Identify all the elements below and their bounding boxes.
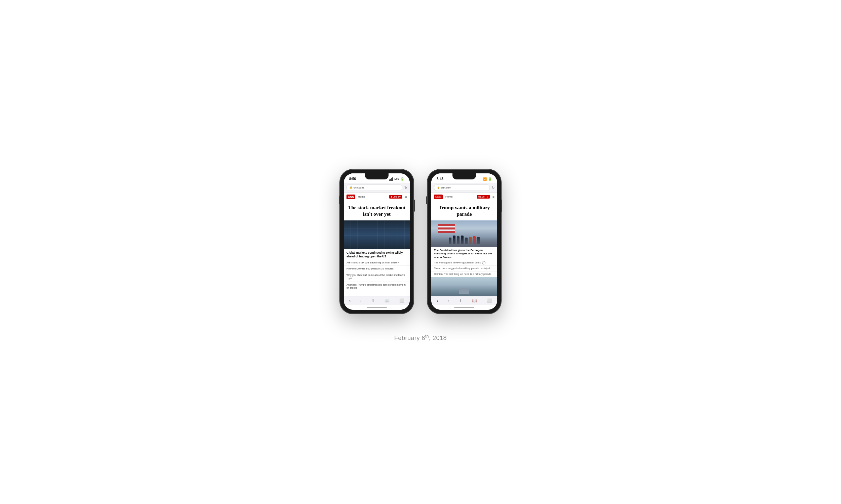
date-year: , 2018 xyxy=(429,335,447,341)
phone-2-screen: 8:43 📶 🔋 🔒 cnn.com ↻ CNN Home xyxy=(431,173,497,310)
wifi-icon: 📶 xyxy=(483,177,487,181)
phone-2-notch xyxy=(452,173,476,179)
phone-2-url-bar[interactable]: 🔒 cnn.com xyxy=(434,184,490,191)
phone-1: 8:56 LTE 🔋 � xyxy=(340,169,414,314)
phone-1-link-2[interactable]: How the Dow fell 800 points in 10 minute… xyxy=(344,266,410,272)
back-button-2[interactable]: ‹ xyxy=(437,299,438,303)
phone-1-browser-bar[interactable]: 🔒 cnn.com ↻ xyxy=(344,183,410,193)
stock-image-inner xyxy=(344,220,410,249)
tabs-button-2[interactable]: ⬜ xyxy=(487,299,492,303)
info-icon[interactable]: i xyxy=(482,261,485,265)
lock-icon-2: 🔒 xyxy=(437,186,440,189)
phone-1-link-1[interactable]: Are Trump's tax cuts backfiring on Wall … xyxy=(344,260,410,266)
phone-2-hero-image xyxy=(431,220,497,247)
phone-1-time: 8:56 xyxy=(349,177,356,181)
phone-2-bottom-bar: ‹ › ⬆ 📖 ⬜ xyxy=(431,296,497,305)
phone-2-link-2[interactable]: Trump once suggested a military parade o… xyxy=(431,266,497,271)
phone-1-live-tv[interactable]: Live TV xyxy=(389,195,403,199)
phone-1-screen: 8:56 LTE 🔋 � xyxy=(344,173,410,310)
phone-2-headline[interactable]: Trump wants a military parade xyxy=(431,201,497,220)
capitol-dome xyxy=(459,288,469,294)
home-bar-1 xyxy=(367,307,387,308)
phone-2-link-1-text: The Pentagon is reviewing potential date… xyxy=(434,261,481,265)
bookmarks-button-2[interactable]: 📖 xyxy=(472,299,477,303)
phone-2-time: 8:43 xyxy=(437,177,443,181)
phone-2-capitol-image xyxy=(431,277,497,296)
phone-2-live-label: Live TV xyxy=(480,196,488,198)
phone-2-link-3[interactable]: Opinion: The last thing we need is a mil… xyxy=(431,271,497,277)
phone-1-live-label: Live TV xyxy=(393,196,401,198)
phone-2-cnn-nav: CNN Home Live TV ≡ xyxy=(431,193,497,201)
phone-1-subheadline[interactable]: Global markets continued to swing wildly… xyxy=(344,249,410,260)
share-button-1[interactable]: ⬆ xyxy=(372,299,375,303)
battery-icon: 🔋 xyxy=(400,177,404,181)
phone-1-link-3[interactable]: Why you shouldn't panic about the market… xyxy=(344,272,410,282)
lock-icon: 🔒 xyxy=(349,186,353,189)
phone-1-menu-icon[interactable]: ≡ xyxy=(405,195,407,199)
date-sup: th xyxy=(425,334,429,339)
cnn-logo-1: CNN xyxy=(346,195,355,199)
phone-1-hero-image xyxy=(344,220,410,249)
phone-1-url-bar[interactable]: 🔒 cnn.com xyxy=(346,184,402,191)
phone-1-bottom-bar: ‹ › ⬆ 📖 ⬜ xyxy=(344,296,410,305)
signal-icon xyxy=(389,177,393,181)
phone-2-browser-bar[interactable]: 🔒 cnn.com ↻ xyxy=(431,183,497,193)
phone-1-cnn-nav: CNN Home Live TV ≡ xyxy=(344,193,410,201)
forward-button-2[interactable]: › xyxy=(448,299,449,303)
cnn-logo-2: CNN xyxy=(434,195,443,199)
live-dot-1 xyxy=(391,196,392,198)
tabs-button-1[interactable]: ⬜ xyxy=(399,299,404,303)
phone-2-live-tv[interactable]: Live TV xyxy=(477,195,490,199)
lte-label: LTE xyxy=(394,177,399,180)
phone-1-content: The stock market freakout isn't over yet… xyxy=(344,201,410,296)
phone-2-link-1[interactable]: The Pentagon is reviewing potential date… xyxy=(431,260,497,266)
phone-2-subheadline[interactable]: The President has given the Pentagon mar… xyxy=(431,247,497,260)
phone-1-headline[interactable]: The stock market freakout isn't over yet xyxy=(344,201,410,220)
phone-2-content: Trump wants a military parade xyxy=(431,201,497,296)
bookmarks-button-1[interactable]: 📖 xyxy=(384,299,390,303)
phone-1-nav-home[interactable]: Home xyxy=(358,195,387,198)
phone-2-url: cnn.com xyxy=(441,186,451,189)
forward-button-1[interactable]: › xyxy=(360,299,362,303)
phone-2-status-icons: 📶 🔋 xyxy=(483,177,492,181)
live-dot-2 xyxy=(478,196,480,198)
home-bar-2 xyxy=(454,307,474,308)
phone-2-menu-icon[interactable]: ≡ xyxy=(493,195,495,199)
phone-2-nav-home[interactable]: Home xyxy=(445,195,474,198)
phone-1-url: cnn.com xyxy=(354,186,364,189)
phone-1-status-icons: LTE 🔋 xyxy=(389,177,404,181)
phones-container: 8:56 LTE 🔋 � xyxy=(340,149,501,327)
phone-1-home-indicator xyxy=(344,305,410,310)
phone-1-notch xyxy=(365,173,389,179)
back-button-1[interactable]: ‹ xyxy=(349,299,350,303)
parade-figures xyxy=(449,236,480,244)
phone-2: 8:43 📶 🔋 🔒 cnn.com ↻ CNN Home xyxy=(427,169,501,314)
share-button-2[interactable]: ⬆ xyxy=(459,299,462,303)
refresh-button[interactable]: ↻ xyxy=(404,186,407,190)
battery-icon-2: 🔋 xyxy=(488,177,492,181)
date-text: February 6 xyxy=(394,335,425,341)
refresh-button-2[interactable]: ↻ xyxy=(492,186,495,190)
date-caption: February 6th, 2018 xyxy=(394,334,447,342)
phone-2-home-indicator xyxy=(431,305,497,310)
phone-1-link-4[interactable]: Analysis: Trump's embarrassing split-scr… xyxy=(344,282,410,291)
